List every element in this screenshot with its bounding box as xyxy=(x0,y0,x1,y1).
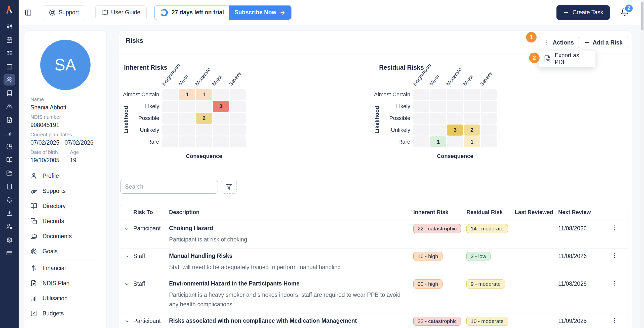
sidebar-item-budgets[interactable]: Budgets xyxy=(30,306,100,321)
actions-button[interactable]: Actions xyxy=(539,37,579,48)
rail-item-book[interactable] xyxy=(4,87,15,99)
sidebar-item-documents[interactable]: Documents xyxy=(30,229,100,244)
rail-item-book-open[interactable] xyxy=(4,154,15,166)
last-reviewed-value xyxy=(515,221,558,248)
rail-item-file-plus[interactable] xyxy=(4,114,15,126)
support-label: Support xyxy=(59,9,79,16)
rail-item-bell-plus[interactable] xyxy=(4,194,15,206)
sidebar-item-records[interactable]: Records xyxy=(30,214,100,229)
scrollbar-thumb[interactable] xyxy=(641,2,643,30)
matrix-cell xyxy=(413,125,429,136)
sidebar-item-profile[interactable]: Profile xyxy=(30,168,100,183)
rail-item-calendar[interactable] xyxy=(4,61,15,72)
export-pdf-menu-item[interactable]: PDF Export as PDF xyxy=(538,50,596,67)
rail-item-dashboard[interactable] xyxy=(4,21,15,32)
last-reviewed-value xyxy=(515,276,558,313)
trial-spinner-icon xyxy=(160,8,168,17)
consequence-header: Major xyxy=(462,73,475,87)
sidebar-item-financial[interactable]: Financial xyxy=(30,261,100,276)
add-risk-button[interactable]: Add a Risk xyxy=(579,37,628,48)
ndis-number-label: NDIS number xyxy=(30,114,100,120)
matrix-grid: 3211 xyxy=(413,89,497,147)
notifications-button[interactable]: 2 xyxy=(620,8,629,17)
sidebar-item-goals[interactable]: Goals xyxy=(30,244,100,259)
residual-risk-badge: 14 - moderate xyxy=(466,224,508,233)
search-input[interactable] xyxy=(120,180,218,194)
matrix-cell xyxy=(481,136,497,147)
notification-count-badge: 2 xyxy=(624,4,633,13)
risk-description: Participant is a heavy smoker and smokes… xyxy=(169,290,406,309)
support-button[interactable]: Support xyxy=(43,5,85,20)
matrix-cell xyxy=(179,125,195,136)
plan-dates-label: Current plan dates xyxy=(30,132,100,138)
expand-row-button[interactable] xyxy=(124,254,130,260)
download-icon xyxy=(6,210,13,216)
residual-risk-matrix: Residual Risks InsignificantMinorModerat… xyxy=(373,64,509,165)
subscribe-now-button[interactable]: Subscribe Now xyxy=(229,6,291,20)
sidebar-item-label: Utilisation xyxy=(43,295,68,302)
rail-item-participants[interactable] xyxy=(4,74,15,86)
residual-risk-badge: 9 - moderate xyxy=(466,279,505,289)
dob-label: Date of birth xyxy=(30,149,70,155)
matrix-cell xyxy=(481,113,497,124)
sidebar-item-utilisation[interactable]: Utilisation xyxy=(30,291,100,306)
filter-button[interactable] xyxy=(221,180,237,194)
sidebar-item-directory[interactable]: Directory xyxy=(30,198,100,214)
bar-chart-icon xyxy=(30,295,37,302)
collapse-panel-icon[interactable] xyxy=(25,9,32,16)
matrix-cell xyxy=(430,125,446,136)
rail-item-signal[interactable] xyxy=(4,127,15,139)
matrix-grid: 1132 xyxy=(162,89,246,147)
rail-item-alert-triangle[interactable] xyxy=(4,101,15,112)
add-risk-label: Add a Risk xyxy=(593,39,623,46)
rail-item-pie-chart[interactable] xyxy=(4,141,15,152)
matrix-cell xyxy=(230,136,246,147)
expand-row-button[interactable] xyxy=(124,318,130,324)
menu-divider xyxy=(30,260,100,260)
risk-title: Choking Hazard xyxy=(169,225,406,232)
matrix-cell xyxy=(162,89,178,100)
col-next-review: Next Review xyxy=(558,209,611,216)
rail-item-settings[interactable] xyxy=(4,234,15,245)
matrix-cell xyxy=(430,101,446,112)
window-scrollbar[interactable] xyxy=(640,0,644,328)
signal-icon xyxy=(6,130,13,136)
sidebar-item-label: Supports xyxy=(43,188,66,194)
y-axis-label: Likelihood xyxy=(123,106,129,134)
rail-item-list-todo[interactable] xyxy=(4,47,15,59)
user-guide-button[interactable]: User Guide xyxy=(95,5,147,20)
row-menu-button[interactable] xyxy=(611,225,618,231)
file-plus-icon xyxy=(6,117,13,123)
book-icon xyxy=(6,90,13,96)
funnel-icon xyxy=(226,184,232,190)
sidebar-item-ndis-plan[interactable]: NDIS Plan xyxy=(30,276,100,291)
matrix-cell xyxy=(413,89,429,100)
sidebar-item-tasks[interactable]: Tasks xyxy=(30,323,100,328)
rail-item-download[interactable] xyxy=(4,207,15,219)
rail-item-user-cog[interactable] xyxy=(4,221,15,232)
sidebar-item-supports[interactable]: Supports xyxy=(30,183,100,198)
age-value: 19 xyxy=(70,157,79,164)
rail-item-calendar-check[interactable] xyxy=(4,34,15,46)
topbar: Support User Guide 27 days left on trial… xyxy=(19,0,644,25)
risk-description: Staff will need to be adequately trained… xyxy=(169,262,406,272)
file-text-icon xyxy=(30,280,37,286)
expand-row-button[interactable] xyxy=(124,281,130,287)
residual-risk-badge: 10 - moderate xyxy=(466,317,508,326)
matrix-cell xyxy=(213,136,229,147)
rail-item-calculator[interactable] xyxy=(4,181,15,192)
row-menu-button[interactable] xyxy=(611,252,618,259)
expand-row-button[interactable] xyxy=(124,226,130,232)
row-menu-button[interactable] xyxy=(611,280,618,286)
matrix-cell xyxy=(196,101,212,112)
create-task-button[interactable]: Create Task xyxy=(556,5,610,20)
list-todo-icon xyxy=(6,50,13,56)
row-menu-button[interactable] xyxy=(611,317,618,324)
matrix-cell xyxy=(162,125,178,136)
bell-plus-icon xyxy=(6,197,13,203)
consequence-header: Severe xyxy=(479,71,494,87)
rail-item-folder-open[interactable] xyxy=(4,167,15,179)
participant-profile-card: SA Name Shania Abbott NDIS number 908045… xyxy=(24,31,106,328)
inherent-risk-badge: 22 - catastrophic xyxy=(413,317,461,326)
rail-item-credit-card[interactable] xyxy=(4,247,15,259)
